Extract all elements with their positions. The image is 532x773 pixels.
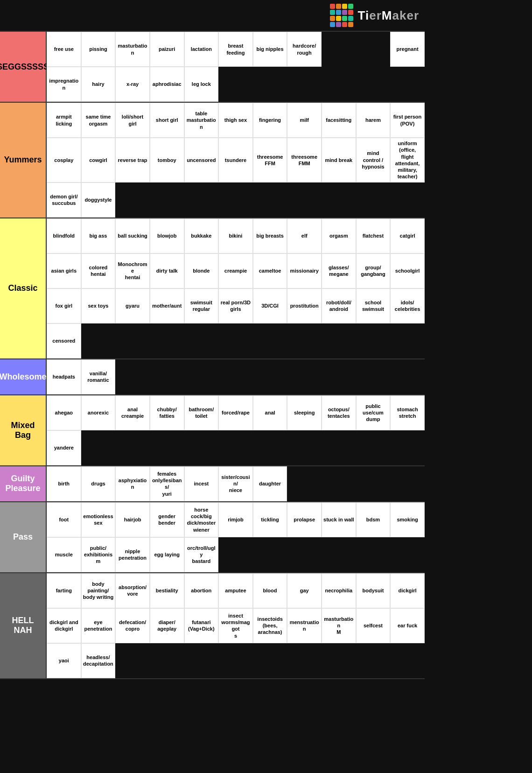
tier-items-classic: blindfoldbig assball suckingblowjobbukka… [47, 218, 425, 358]
tier-item [218, 67, 253, 102]
tier-item: horse cock/big dick/moster wiener [184, 502, 219, 537]
tier-item: thigh sex [218, 103, 253, 138]
tier-item: drugs [81, 466, 116, 501]
tier-item: elf [287, 218, 322, 253]
tier-items-mixedbag: ahegaoanorexicanal creampiechubby/ fatti… [47, 395, 425, 465]
tier-row-segg: SEGGSSSSSfree usepissingmasturbationpaiz… [0, 32, 425, 103]
tier-item: muscle [47, 537, 81, 572]
header-spacer [0, 0, 47, 31]
tier-item [115, 430, 150, 465]
tier-item: public use/cum dump [356, 395, 391, 430]
header: TierMaker [0, 0, 425, 32]
tier-item: bathroom/ toilet [184, 395, 219, 430]
tier-item [253, 430, 287, 465]
tier-item [218, 359, 253, 394]
tier-item: masturbation M [322, 608, 356, 643]
tier-item [287, 323, 322, 358]
tier-item [287, 359, 322, 394]
tier-item [218, 537, 253, 572]
tier-item: fingering [253, 103, 287, 138]
tier-item: short girl [150, 103, 184, 138]
tier-row-pass: Passfootemotionless sexhairjobgender ben… [0, 502, 425, 573]
tier-item: anal creampie [115, 395, 150, 430]
tier-item: reverse trap [115, 138, 150, 183]
tier-item [356, 323, 391, 358]
tier-item: body painting/ body writing [81, 573, 116, 608]
logo-dot [330, 22, 335, 27]
tier-item: tsundere [218, 138, 253, 183]
tier-item: table masturbation [184, 103, 219, 138]
tier-item [218, 430, 253, 465]
tier-item: sister/cousin/ niece [218, 466, 253, 501]
tier-item: ball sucking [115, 218, 150, 253]
tier-item: blonde [184, 253, 219, 288]
tier-row-hellnah: HELL NAHfartingbody painting/ body writi… [0, 573, 425, 679]
logo-dot [336, 22, 341, 27]
tier-item: robot/doll/ android [322, 288, 356, 323]
tier-item: foot [47, 502, 81, 537]
tier-item: prolapse [287, 502, 322, 537]
tier-item: farting [47, 573, 81, 608]
tier-item: masturbation [115, 32, 150, 67]
tier-item [287, 183, 322, 218]
logo-dot [336, 16, 341, 21]
tier-item [184, 183, 219, 218]
tier-item: dirty talk [150, 253, 184, 288]
tier-item [322, 323, 356, 358]
tier-item: hardcore/ rough [287, 32, 322, 67]
tier-item: futanari (Vag+Dick) [184, 608, 219, 643]
tier-item: paizuri [150, 32, 184, 67]
tier-items-pass: footemotionless sexhairjobgender benderh… [47, 502, 425, 572]
tier-item: gyaru [115, 288, 150, 323]
tier-item: x-ray [115, 67, 150, 102]
tier-item [287, 430, 322, 465]
tier-item [150, 643, 184, 678]
logo-dot [342, 16, 347, 21]
tier-items-yummers: armpit lickingsame time orgasmloli/short… [47, 103, 425, 218]
header-logo-area: TierMaker [47, 0, 425, 31]
tier-item [115, 183, 150, 218]
tier-item: rimjob [218, 502, 253, 537]
tier-item [218, 183, 253, 218]
tier-item: blindfold [47, 218, 81, 253]
tier-item: public/ exhibitionism [81, 537, 116, 572]
logo-container: TierMaker [330, 4, 419, 27]
tier-item: impregnation [47, 67, 81, 102]
tier-item [184, 359, 219, 394]
tier-item [218, 643, 253, 678]
tier-label-guilty: Guilty Pleasure [0, 466, 47, 501]
logo-dot [330, 4, 335, 9]
tier-item: bodysuit [356, 573, 391, 608]
tier-item: diaper/ ageplay [150, 608, 184, 643]
tier-item: schoolgirl [390, 253, 425, 288]
tier-item: big nipples [253, 32, 287, 67]
tier-item [322, 32, 356, 67]
tier-item: asphyxiation [115, 466, 150, 501]
tier-row-wholesome: Wholesomeheadpatsvanilla/ romantic [0, 359, 425, 395]
tier-item: swimsuit regular [184, 288, 219, 323]
tier-item: group/ gangbang [356, 253, 391, 288]
tier-row-mixedbag: Mixed Bagahegaoanorexicanal creampiechub… [0, 395, 425, 466]
tier-item: smoking [390, 502, 425, 537]
tier-item [287, 67, 322, 102]
tier-item: mother/aunt [150, 288, 184, 323]
tier-items-hellnah: fartingbody painting/ body writingabsorp… [47, 573, 425, 678]
tier-item [322, 430, 356, 465]
tier-item: flatchest [356, 218, 391, 253]
tier-item [390, 537, 425, 572]
tier-item [322, 643, 356, 678]
tier-item: cowgirl [81, 138, 116, 183]
tier-item: threesome FFM [253, 138, 287, 183]
tier-item: menstruation [287, 608, 322, 643]
tier-item: doggystyle [81, 183, 116, 218]
tier-item: Monochrome hentai [115, 253, 150, 288]
tier-item: sex toys [81, 288, 116, 323]
tier-item [184, 323, 219, 358]
tier-item: birth [47, 466, 81, 501]
tier-item [322, 183, 356, 218]
tier-item: uncensored [184, 138, 219, 183]
tier-item: absorption/ vore [115, 573, 150, 608]
tier-item: females only/lesibans/ yuri [150, 466, 184, 501]
tier-item [287, 643, 322, 678]
tier-item: creampie [218, 253, 253, 288]
